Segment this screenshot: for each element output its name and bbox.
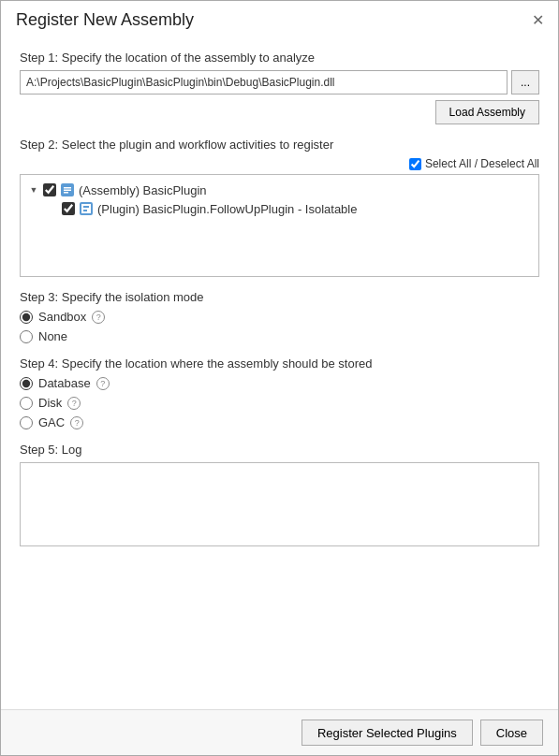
assembly-node-text: (Assembly) BasicPlugin: [79, 183, 207, 197]
dialog-title: Register New Assembly: [16, 10, 194, 30]
svg-rect-6: [83, 210, 87, 211]
database-label: Database: [38, 376, 91, 390]
log-box: [20, 462, 539, 546]
select-all-text: Select All / Deselect All: [425, 157, 539, 170]
register-button[interactable]: Register Selected Plugins: [302, 720, 473, 746]
disk-option: Disk ?: [20, 396, 539, 410]
select-all-checkbox[interactable]: [409, 158, 421, 170]
database-option: Database ?: [20, 376, 539, 390]
svg-rect-1: [64, 187, 71, 189]
step5-label: Step 5: Log: [20, 443, 539, 457]
svg-rect-2: [64, 190, 71, 192]
database-radio[interactable]: [20, 377, 33, 390]
select-all-row: Select All / Deselect All: [20, 157, 539, 170]
step3-label: Step 3: Specify the isolation mode: [20, 290, 539, 304]
title-bar: Register New Assembly ✕: [1, 1, 558, 37]
plugin-icon: [79, 201, 94, 216]
select-all-label[interactable]: Select All / Deselect All: [409, 157, 539, 170]
step1-label: Step 1: Specify the location of the asse…: [20, 51, 539, 65]
svg-rect-3: [64, 192, 68, 194]
step4-radio-group: Database ? Disk ? GAC ?: [20, 376, 539, 429]
step2-label: Step 2: Select the plugin and workflow a…: [20, 138, 539, 152]
sandbox-help-icon[interactable]: ?: [92, 311, 105, 324]
file-path-input[interactable]: [20, 70, 508, 94]
database-help-icon[interactable]: ?: [96, 377, 110, 390]
step3-radio-group: Sandbox ? None: [20, 310, 539, 343]
sandbox-label: Sandbox: [38, 310, 86, 324]
svg-rect-4: [81, 203, 92, 214]
disk-radio[interactable]: [20, 397, 33, 410]
assembly-checkbox[interactable]: [43, 183, 56, 196]
gac-label: GAC: [38, 415, 65, 429]
tree-toggle-icon[interactable]: ▼: [28, 184, 39, 196]
gac-option: GAC ?: [20, 415, 539, 429]
dialog-footer: Register Selected Plugins Close: [1, 709, 558, 755]
load-assembly-button[interactable]: Load Assembly: [435, 100, 539, 124]
file-row: ...: [20, 70, 539, 94]
sandbox-radio[interactable]: [20, 311, 33, 324]
disk-help-icon[interactable]: ?: [67, 397, 81, 410]
none-label: None: [38, 329, 67, 343]
plugin-tree-node: (Plugin) BasicPlugin.FollowUpPlugin - Is…: [62, 199, 531, 218]
step4-label: Step 4: Specify the location where the a…: [20, 356, 539, 371]
plugin-checkbox[interactable]: [62, 202, 75, 215]
register-dialog: Register New Assembly ✕ Step 1: Specify …: [0, 0, 559, 756]
footer-close-button[interactable]: Close: [480, 720, 543, 746]
load-row: Load Assembly: [20, 100, 539, 124]
sandbox-option: Sandbox ?: [20, 310, 539, 324]
assembly-tree-node: ▼ (Assembly) BasicPlugin: [28, 181, 531, 199]
gac-help-icon[interactable]: ?: [70, 416, 83, 429]
none-radio[interactable]: [20, 330, 33, 343]
disk-label: Disk: [38, 396, 62, 410]
dialog-body: Step 1: Specify the location of the asse…: [1, 37, 558, 709]
close-icon-button[interactable]: ✕: [528, 10, 547, 29]
assembly-icon: [60, 182, 75, 197]
gac-radio[interactable]: [20, 416, 33, 429]
browse-button[interactable]: ...: [511, 70, 539, 94]
none-option: None: [20, 329, 539, 343]
tree-box: ▼ (Assembly) BasicPlugin: [20, 174, 539, 277]
svg-rect-5: [83, 206, 89, 208]
plugin-node-text: (Plugin) BasicPlugin.FollowUpPlugin - Is…: [97, 202, 357, 216]
